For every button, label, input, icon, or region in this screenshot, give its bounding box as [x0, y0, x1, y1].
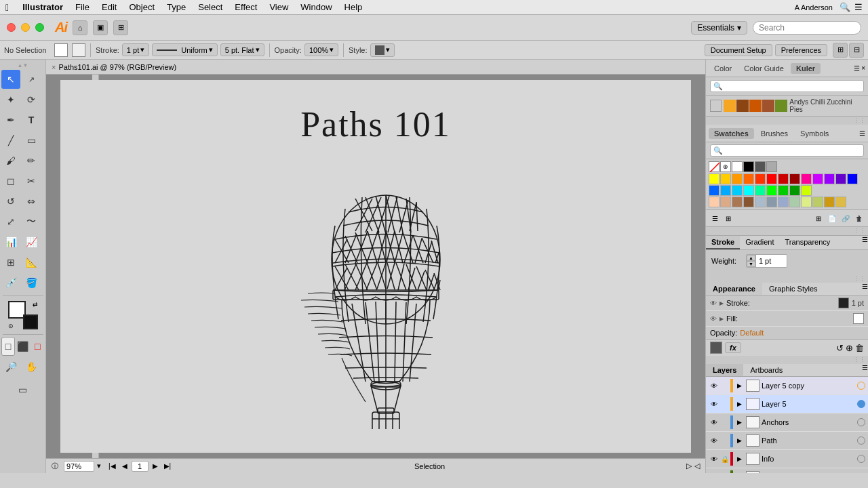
canvas-info-icon[interactable]: ⓘ — [52, 462, 58, 471]
chevron-down-icon[interactable]: ▾ — [97, 462, 101, 470]
menu-view[interactable]: View — [264, 1, 294, 14]
swatch-olive-green[interactable] — [812, 197, 823, 207]
swatch-steel-blue[interactable] — [755, 197, 766, 207]
stroke-weight-input[interactable]: 1 pt — [756, 256, 787, 266]
tab-gradient[interactable]: Gradient — [740, 236, 779, 249]
swatch-white[interactable] — [732, 161, 743, 172]
artboard-icon[interactable]: ▣ — [93, 20, 108, 35]
paint-bucket-tool[interactable]: 🪣 — [22, 273, 41, 292]
stroke-weight-down[interactable]: ▼ — [747, 261, 755, 267]
swatch-dark-red[interactable] — [778, 174, 789, 184]
stroke-box[interactable] — [23, 314, 38, 329]
line-tool[interactable]: ╱ — [1, 131, 20, 150]
full-screen-icon[interactable]: ⬛ — [16, 337, 29, 356]
maximize-button[interactable] — [35, 23, 44, 32]
swatch-red-orange[interactable] — [755, 174, 766, 184]
swatch-violet[interactable] — [824, 174, 835, 184]
swatch-lime[interactable] — [801, 185, 812, 196]
close-button[interactable] — [7, 23, 16, 32]
swatch-golden[interactable] — [824, 197, 835, 207]
swatch-pink[interactable] — [801, 174, 812, 184]
reflect-tool[interactable]: ⇔ — [22, 192, 41, 211]
swatch-tan[interactable] — [720, 197, 731, 207]
swatch-link-icon[interactable]: 🔗 — [840, 212, 852, 224]
kuler-color-2[interactable] — [736, 100, 749, 112]
stroke-panel-menu-icon[interactable]: ☰ — [862, 236, 868, 249]
layer5-expand-icon[interactable]: ▶ — [734, 401, 744, 407]
anchors-eye-icon[interactable]: 👁 — [709, 419, 719, 426]
pen-tool[interactable]: ✒ — [1, 110, 20, 129]
menu-effect[interactable]: Effect — [229, 1, 262, 14]
minimize-button[interactable] — [21, 23, 30, 32]
page-number-input[interactable]: 1 — [132, 461, 149, 472]
layer-item-layer5[interactable]: 👁 ▶ Layer 5 — [706, 395, 868, 413]
magic-wand-tool[interactable]: ✦ — [1, 90, 20, 109]
grid-tool[interactable]: ⊞ — [1, 253, 20, 272]
swatch-royal-blue[interactable] — [709, 185, 719, 196]
layer5-eye-icon[interactable]: 👁 — [709, 401, 719, 408]
stroke-color-swatch[interactable] — [72, 43, 85, 57]
rect-tool[interactable]: ▭ — [22, 131, 41, 150]
search-icon[interactable]: 🔍 — [840, 2, 850, 12]
layer-item-anchors[interactable]: 👁 ▶ Anchors — [706, 413, 868, 432]
tab-close-icon[interactable]: × — [52, 63, 56, 71]
document-tab[interactable]: × Paths101.ai @ 97% (RGB/Preview) — [46, 60, 705, 75]
stroke-weight-up[interactable]: ▲ — [747, 255, 755, 261]
scale-tool[interactable]: ⤢ — [1, 212, 20, 231]
panel-grip-1[interactable]: ⋮⋮ — [706, 117, 868, 125]
swatch-dark-brown[interactable] — [743, 197, 754, 207]
home-icon[interactable]: ⌂ — [73, 20, 87, 35]
layer5copy-eye-icon[interactable]: 👁 — [709, 382, 719, 390]
path-expand-icon[interactable]: ▶ — [734, 437, 744, 444]
style-dropdown[interactable]: ▾ — [370, 43, 395, 57]
eraser-tool[interactable]: ◻ — [1, 171, 20, 190]
apple-menu[interactable]:  — [5, 2, 9, 13]
stroke-type-dropdown[interactable]: Uniform ▾ — [152, 43, 218, 56]
panel-grip[interactable]: ▲▼ — [1, 62, 44, 68]
swatches-search-input[interactable] — [710, 144, 864, 157]
essentials-dropdown[interactable]: Essentials ▾ — [691, 21, 747, 35]
swatch-sky-blue[interactable] — [720, 185, 731, 196]
menu-select[interactable]: Select — [193, 1, 228, 14]
layer-item-info[interactable]: 👁 🔒 ▶ Info — [706, 450, 868, 468]
tab-transparency[interactable]: Transparency — [779, 236, 835, 249]
swatch-new-group-icon[interactable]: ⊞ — [812, 212, 825, 224]
layer5copy-expand-icon[interactable]: ▶ — [734, 382, 744, 389]
tab-graphic-styles[interactable]: Graphic Styles — [762, 283, 825, 295]
tab-artboards[interactable]: Artboards — [743, 364, 789, 376]
swatch-orange-yellow[interactable] — [732, 174, 743, 184]
tab-symbols[interactable]: Symbols — [795, 128, 834, 139]
normal-mode-icon[interactable]: □ — [1, 337, 15, 356]
stroke-profile-dropdown[interactable]: 5 pt. Flat ▾ — [220, 43, 264, 56]
swatch-medium-green[interactable] — [778, 185, 789, 196]
scissors-tool[interactable]: ✂ — [22, 171, 41, 190]
rotate-tool[interactable]: ↺ — [1, 192, 20, 211]
appearance-delete-icon[interactable]: 🗑 — [855, 343, 864, 353]
fill-color-swatch[interactable] — [54, 43, 68, 57]
swatch-gray[interactable] — [755, 161, 766, 172]
chart-tool[interactable]: 📈 — [22, 232, 41, 251]
swatch-maroon[interactable] — [789, 174, 800, 184]
swatch-yellow[interactable] — [709, 174, 719, 184]
layer5-target-circle[interactable] — [857, 400, 865, 408]
path-target-circle[interactable] — [857, 436, 865, 445]
swatch-dark-green[interactable] — [789, 185, 800, 196]
paintbrush-tool[interactable]: 🖌 — [1, 151, 20, 170]
kuler-color-5[interactable] — [775, 100, 787, 112]
anchors-target-circle[interactable] — [857, 418, 865, 426]
next-page-button[interactable]: ▶ — [151, 462, 160, 470]
stroke-color-preview[interactable] — [838, 298, 849, 308]
layer5copy-target-circle[interactable] — [857, 382, 865, 390]
canvas-wrapper[interactable]: Paths 101 — [46, 75, 705, 458]
arrange-icon[interactable]: ▷ — [686, 462, 692, 470]
search-input[interactable] — [753, 21, 861, 35]
layer-item-title[interactable]: 👁 ▶ Title — [706, 468, 868, 473]
swatches-panel-menu-icon[interactable]: ☰ — [859, 129, 865, 137]
menu-file[interactable]: File — [70, 1, 95, 14]
fx-button[interactable]: fx — [725, 342, 741, 353]
swatch-peach[interactable] — [709, 197, 719, 207]
swatch-red[interactable] — [766, 174, 777, 184]
hand-tool[interactable]: ✋ — [22, 357, 41, 376]
tab-swatches[interactable]: Swatches — [709, 128, 754, 139]
list-icon[interactable]: ☰ — [854, 2, 863, 12]
